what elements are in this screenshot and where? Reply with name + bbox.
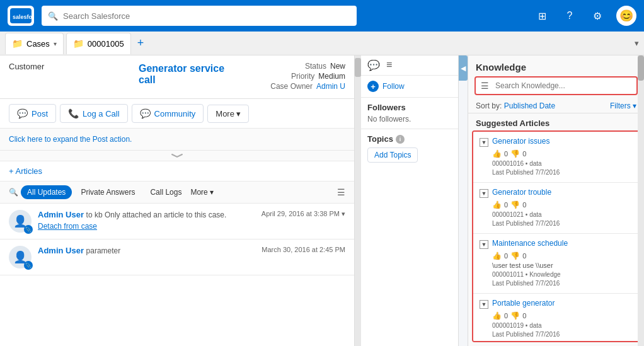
article-meta-1: 000001016 • data Last Published 7/7/2016 xyxy=(492,159,633,177)
suggested-articles-label: Suggested Articles xyxy=(468,113,644,130)
priority-label: Priority xyxy=(291,72,314,81)
log-call-button[interactable]: 📞 Log a Call xyxy=(60,104,128,123)
follow-button[interactable]: + Follow xyxy=(361,76,458,98)
top-navigation: salesforce 🔍 ⊞ ? ⚙ 😊 xyxy=(0,0,644,32)
article-title-4[interactable]: Portable generator xyxy=(492,299,555,308)
topics-info-icon: i xyxy=(396,135,405,144)
post-button[interactable]: 💬 Post xyxy=(9,104,56,123)
tab-cases[interactable]: 📁 Cases ▾ xyxy=(5,33,64,54)
articles-header[interactable]: + Articles xyxy=(9,166,345,176)
knowledge-scrollbar[interactable] xyxy=(638,55,644,346)
filter-more-button[interactable]: More ▾ xyxy=(190,188,213,197)
article-collapse-3[interactable]: ▼ xyxy=(480,240,488,249)
more-button[interactable]: More ▾ xyxy=(207,105,249,123)
feed-list-view-icon[interactable]: ☰ xyxy=(337,187,345,197)
help-icon[interactable]: ? xyxy=(561,7,578,25)
article-item-maintenance: ▼ Maintenance schedule 👍 0 👎 0 \user tes… xyxy=(473,234,639,294)
topics-header: Topics i xyxy=(367,134,452,144)
filter-more-chevron: ▾ xyxy=(210,188,214,197)
feed-date-chevron[interactable]: ▾ xyxy=(342,210,345,217)
center-area: Customer Generator service call Status N… xyxy=(0,55,468,346)
articles-section: + Articles xyxy=(0,161,354,182)
thumbs-up-icon-1: 👍 xyxy=(492,149,502,158)
feed-date-2: March 30, 2016 at 2:45 PM xyxy=(262,246,345,253)
case-record-label: 00001005 xyxy=(88,39,124,49)
search-input[interactable] xyxy=(63,11,350,21)
followers-label: Followers xyxy=(367,103,452,112)
feed-author-2[interactable]: Admin User xyxy=(38,246,84,255)
article-collapse-4[interactable]: ▼ xyxy=(480,300,488,309)
article-title-3[interactable]: Maintenance schedule xyxy=(492,239,568,248)
nav-icons-group: ⊞ ? ⚙ 😊 xyxy=(533,6,636,26)
case-title: Generator service call xyxy=(139,62,241,92)
call-icon: 📞 xyxy=(68,108,79,118)
feed-avatar-2: 👤 📎 xyxy=(9,246,32,268)
topics-label: Topics xyxy=(367,134,393,144)
panel-collapse-button[interactable]: ◀ xyxy=(459,55,468,81)
case-record-icon: 📁 xyxy=(73,38,84,49)
knowledge-hamburger-icon[interactable]: ☰ xyxy=(481,81,489,91)
article-collapse-2[interactable]: ▼ xyxy=(480,189,488,198)
salesforce-logo[interactable]: salesforce xyxy=(8,6,34,26)
follow-plus-icon: + xyxy=(367,81,379,92)
owner-value[interactable]: Admin U xyxy=(316,82,345,91)
article-title-2[interactable]: Generator trouble xyxy=(492,188,551,197)
apps-icon[interactable]: ⊞ xyxy=(533,7,551,25)
filter-all-updates[interactable]: All Updates xyxy=(21,185,72,199)
knowledge-sort-row: Sort by: Published Date Filters ▾ xyxy=(468,99,644,113)
user-avatar[interactable]: 😊 xyxy=(616,6,636,26)
filter-call-logs[interactable]: Call Logs xyxy=(144,185,188,199)
cases-tab-label: Cases xyxy=(26,39,50,49)
article-votes-1: 👍 0 👎 0 xyxy=(492,149,633,158)
feed-content-2: March 30, 2016 at 2:45 PM Admin User par… xyxy=(38,246,345,268)
feed-search-icon[interactable]: 🔍 xyxy=(9,188,18,197)
article-title-1[interactable]: Generator issues xyxy=(492,137,549,146)
thumbs-down-icon-1: 👎 xyxy=(510,149,520,158)
feed-filter-bar: 🔍 All Updates Private Answers Call Logs … xyxy=(0,182,354,204)
tab-bar: 📁 Cases ▾ 📁 00001005 + ▾ xyxy=(0,32,644,55)
post-expand-area[interactable]: Click here to expand the Post action. xyxy=(0,129,354,151)
knowledge-search-input[interactable] xyxy=(495,81,631,90)
thumbs-up-count-4: 0 xyxy=(504,312,508,320)
knowledge-scrollbar-thumb[interactable] xyxy=(638,55,644,81)
post-expand-text: Click here to expand the Post action. xyxy=(9,135,132,144)
tab-overflow-button[interactable]: ▾ xyxy=(635,38,639,48)
add-tab-button[interactable]: + xyxy=(134,37,148,50)
thumbs-up-icon-4: 👍 xyxy=(492,311,502,320)
articles-label: + Articles xyxy=(9,166,42,176)
feed-comment-icon[interactable]: 💬 xyxy=(367,59,380,71)
article-votes-3: 👍 0 👎 0 xyxy=(492,251,633,260)
feed-list-icon[interactable]: ≡ xyxy=(386,59,392,71)
knowledge-search-row: ☰ xyxy=(474,76,638,95)
feed-item-2: 👤 📎 March 30, 2016 at 2:45 PM Admin User… xyxy=(0,239,354,275)
add-topics-button[interactable]: Add Topics xyxy=(367,147,418,163)
main-vertical-scrollbar[interactable] xyxy=(355,55,361,346)
detach-from-case-link[interactable]: Detach from case xyxy=(38,222,345,231)
feed-action-1: to kb Only attached an article to this c… xyxy=(86,210,227,219)
global-search-bar[interactable]: 🔍 xyxy=(42,6,357,26)
search-icon: 🔍 xyxy=(48,11,58,21)
post-icon: 💬 xyxy=(17,108,28,118)
main-layout: Customer Generator service call Status N… xyxy=(0,55,644,346)
knowledge-panel-title: Knowledge xyxy=(468,55,644,76)
filter-private-answers[interactable]: Private Answers xyxy=(74,185,141,199)
thumbs-down-count-2: 0 xyxy=(522,201,526,209)
article-collapse-1[interactable]: ▼ xyxy=(480,138,488,147)
thumbs-up-count-3: 0 xyxy=(504,252,508,260)
feed-avatar-badge-1: 📎 xyxy=(24,225,33,234)
community-button[interactable]: 💬 Community xyxy=(132,104,204,123)
settings-icon[interactable]: ⚙ xyxy=(589,7,606,25)
sort-by-value[interactable]: Published Date xyxy=(504,101,555,110)
scrollbar-thumb[interactable] xyxy=(355,58,361,77)
feed-author-1[interactable]: Admin User xyxy=(38,210,84,219)
follow-label: Follow xyxy=(382,82,405,91)
cases-tab-dropdown[interactable]: ▾ xyxy=(54,40,57,47)
knowledge-search-container[interactable]: ☰ xyxy=(474,76,638,95)
knowledge-filters-link[interactable]: Filters ▾ xyxy=(610,101,636,110)
more-chevron-icon: ▾ xyxy=(236,109,241,118)
thumbs-down-count-3: 0 xyxy=(522,252,526,260)
cases-tab-icon: 📁 xyxy=(12,38,23,49)
main-content-panel: Customer Generator service call Status N… xyxy=(0,55,355,346)
followers-section: Followers No followers. xyxy=(361,98,458,129)
tab-case-record[interactable]: 📁 00001005 xyxy=(66,33,131,54)
